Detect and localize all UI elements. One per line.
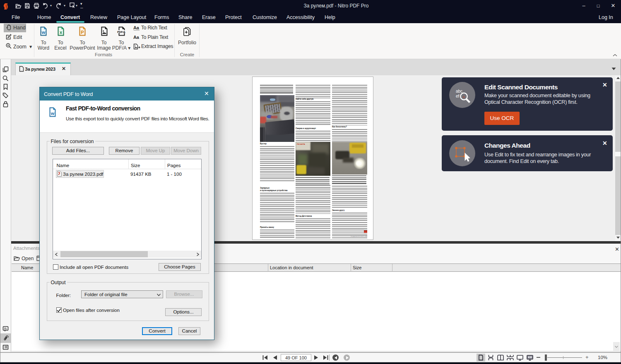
svg-text:abc: abc (456, 89, 462, 93)
svg-text:ef: ef (456, 94, 460, 98)
svg-text:Aa: Aa (133, 25, 140, 30)
svg-text:Aa: Aa (133, 35, 140, 40)
svg-text:a: a (463, 94, 465, 99)
svg-text:w: w (51, 111, 55, 116)
